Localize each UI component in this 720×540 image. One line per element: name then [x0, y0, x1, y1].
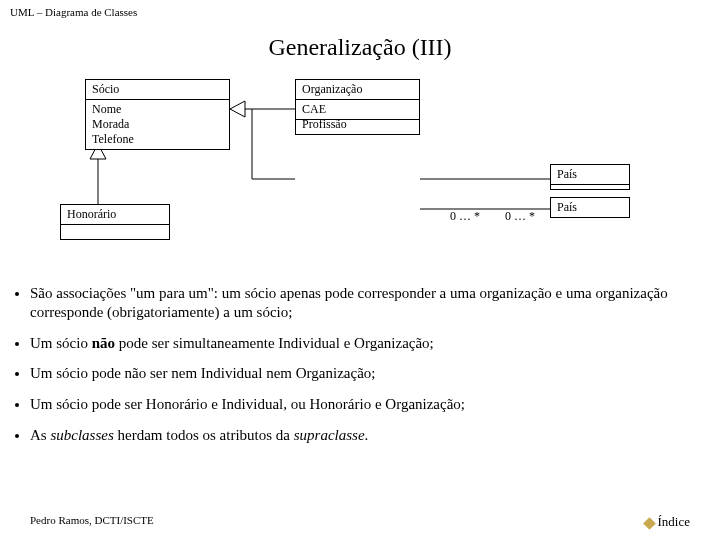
diamond-icon: [643, 517, 656, 530]
multiplicity-right: 0 … *: [505, 209, 535, 224]
class-organizacao: Organização CAE: [295, 79, 420, 120]
italic-text: supraclasse: [294, 427, 365, 443]
class-attrs: Nome Morada Telefone: [86, 100, 229, 149]
class-name: Sócio: [86, 80, 229, 100]
footer-index-link[interactable]: Índice: [645, 514, 690, 530]
bullet-list: São associações "um para um": um sócio a…: [30, 284, 690, 445]
text: As: [30, 427, 50, 443]
text: Um sócio pode ser Honorário e Individual…: [30, 396, 465, 412]
multiplicity-left: 0 … *: [450, 209, 480, 224]
class-name: Organização: [296, 80, 419, 100]
svg-marker-3: [230, 101, 245, 117]
attr: Nome: [92, 102, 223, 117]
attr: CAE: [302, 102, 413, 117]
class-pais-2: País: [550, 197, 630, 218]
bullet-item: São associações "um para um": um sócio a…: [30, 284, 690, 322]
footer: Pedro Ramos, DCTI/ISCTE Índice: [0, 514, 720, 530]
class-pais-1: País: [550, 164, 630, 190]
class-name: País: [551, 198, 629, 217]
italic-text: subclasses: [50, 427, 113, 443]
page-header: UML – Diagrama de Classes: [0, 0, 720, 24]
text: Um sócio pode não ser nem Individual nem…: [30, 365, 375, 381]
text: Índice: [658, 514, 690, 529]
text: pode ser simultaneamente Individual e Or…: [115, 335, 434, 351]
class-socio: Sócio Nome Morada Telefone: [85, 79, 230, 150]
class-attrs: [551, 185, 629, 189]
slide-title: Generalização (III): [0, 34, 720, 61]
class-honorario: Honorário: [60, 204, 170, 240]
class-name: Honorário: [61, 205, 169, 225]
text: .: [365, 427, 369, 443]
class-attrs: CAE: [296, 100, 419, 119]
text: herdam todos os atributos da: [114, 427, 294, 443]
bullet-item: As subclasses herdam todos os atributos …: [30, 426, 690, 445]
text: Um sócio: [30, 335, 92, 351]
bullet-item: Um sócio não pode ser simultaneamente In…: [30, 334, 690, 353]
class-name: País: [551, 165, 629, 185]
attr: Telefone: [92, 132, 223, 147]
footer-author: Pedro Ramos, DCTI/ISCTE: [30, 514, 154, 526]
text: São associações "um para um": um sócio a…: [30, 285, 668, 320]
uml-diagram: Sócio Nome Morada Telefone Individual Id…: [30, 79, 690, 264]
class-attrs: [61, 225, 169, 239]
bold-text: não: [92, 335, 115, 351]
bullet-item: Um sócio pode ser Honorário e Individual…: [30, 395, 690, 414]
bullet-item: Um sócio pode não ser nem Individual nem…: [30, 364, 690, 383]
attr: Morada: [92, 117, 223, 132]
